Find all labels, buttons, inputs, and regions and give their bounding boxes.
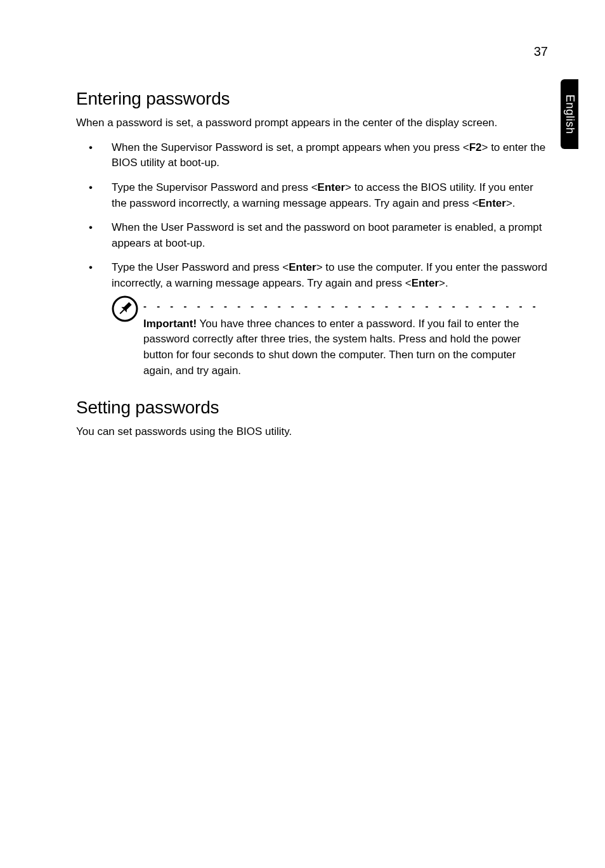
list-text: When the User Password is set and the pa… <box>112 221 542 249</box>
dashes-divider: - - - - - - - - - - - - - - - - - - - - … <box>143 301 537 311</box>
note-body: You have three chances to enter a passwo… <box>143 318 521 377</box>
key-enter: Enter <box>289 261 316 273</box>
list-item: Type the User Password and press <Enter>… <box>76 260 548 291</box>
key-f2: F2 <box>469 141 482 153</box>
list-item: When the Supervisor Password is set, a p… <box>76 140 548 171</box>
svg-line-1 <box>120 309 124 313</box>
important-label: Important! <box>143 318 197 330</box>
list-item: Type the Supervisor Password and press <… <box>76 180 548 211</box>
heading-entering-passwords: Entering passwords <box>76 89 548 109</box>
language-tab-label: English <box>563 94 576 134</box>
intro-paragraph: When a password is set, a password promp… <box>76 115 548 131</box>
list-text: >. <box>506 197 516 209</box>
language-tab: English <box>561 79 578 149</box>
note-text: Important! You have three chances to ent… <box>143 316 548 379</box>
important-note: - - - - - - - - - - - - - - - - - - - - … <box>112 301 548 379</box>
page-number: 37 <box>534 44 548 59</box>
key-enter: Enter <box>318 181 345 193</box>
list-text: >. <box>439 277 448 289</box>
heading-setting-passwords: Setting passwords <box>76 398 548 418</box>
setting-paragraph: You can set passwords using the BIOS uti… <box>76 424 548 440</box>
list-text: Type the User Password and press < <box>112 261 289 273</box>
bullet-list: When the Supervisor Password is set, a p… <box>76 140 548 292</box>
pin-icon <box>112 295 138 322</box>
list-text: Type the Supervisor Password and press < <box>112 181 318 193</box>
list-item: When the User Password is set and the pa… <box>76 220 548 251</box>
page-container: 37 English Entering passwords When a pas… <box>0 0 605 868</box>
key-enter: Enter <box>412 277 439 289</box>
key-enter: Enter <box>478 197 505 209</box>
list-text: When the Supervisor Password is set, a p… <box>112 141 469 153</box>
